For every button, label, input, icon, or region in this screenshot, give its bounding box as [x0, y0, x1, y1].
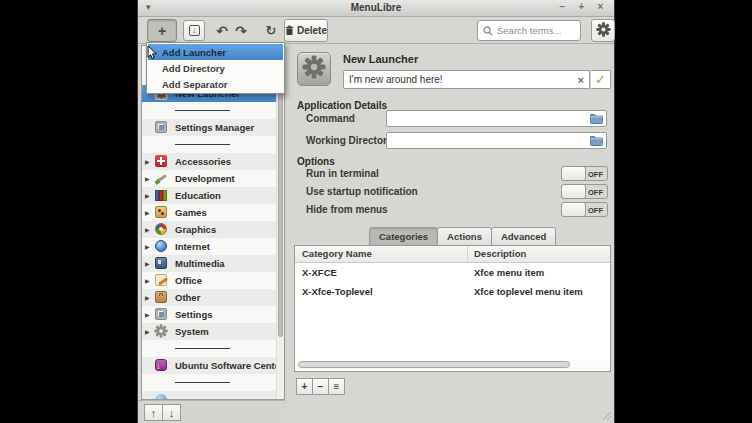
refresh-button[interactable]: ↻: [260, 20, 282, 41]
hide-from-menus-switch[interactable]: OFF: [561, 202, 608, 217]
table-row[interactable]: X-Xfce-ToplevelXfce toplevel menu item: [295, 282, 610, 301]
table-cell: X-XFCE: [302, 267, 337, 278]
search-input[interactable]: Search terms...: [477, 20, 581, 41]
command-input[interactable]: [386, 110, 607, 127]
tree-item-label: Ubuntu Software Center: [175, 360, 284, 371]
tree-separator[interactable]: [142, 340, 284, 357]
tree-item-item[interactable]: [142, 391, 284, 400]
tree-item-development[interactable]: ▶Development: [142, 170, 284, 187]
settings-manager-icon: [154, 120, 168, 134]
tree-item-label: Internet: [175, 241, 210, 252]
edit-categories-button[interactable]: ≡: [328, 378, 345, 395]
undo-button[interactable]: ↶: [212, 20, 232, 41]
tree-item-label: Settings: [175, 309, 212, 320]
tree-scrollbar[interactable]: [276, 46, 284, 399]
search-icon: [483, 26, 493, 36]
switch-state: OFF: [588, 206, 603, 215]
table-cell: Xfce toplevel menu item: [474, 286, 583, 297]
column-header-description[interactable]: Description: [474, 248, 526, 259]
tree-item-label: Education: [175, 190, 221, 201]
titlebar[interactable]: ▾ MenuLibre − + ×: [138, 0, 614, 17]
categories-table: Category NameDescription X-XFCEXfce menu…: [294, 245, 611, 372]
move-down-button[interactable]: ↓: [162, 404, 181, 421]
tree-item-graphics[interactable]: ▶Graphics: [142, 221, 284, 238]
tree-item-internet[interactable]: ▶Internet: [142, 238, 284, 255]
remove-category-button[interactable]: −: [312, 378, 329, 395]
use-startup-notification-label: Use startup notification: [306, 186, 418, 197]
folder-icon[interactable]: [590, 135, 603, 146]
expander-icon[interactable]: ▶: [145, 226, 150, 233]
move-up-button[interactable]: ↑: [144, 404, 163, 421]
hide-from-menus-label: Hide from menus: [306, 204, 388, 215]
tree-item-other[interactable]: ▶Other: [142, 289, 284, 306]
tree-separator[interactable]: [142, 136, 284, 153]
delete-button[interactable]: Delete: [284, 19, 328, 42]
table-row[interactable]: X-XFCEXfce menu item: [295, 263, 610, 282]
use-startup-notification-switch[interactable]: OFF: [561, 184, 608, 199]
launcher-title[interactable]: New Launcher: [343, 53, 418, 65]
close-button[interactable]: ×: [595, 1, 606, 12]
search-placeholder: Search terms...: [497, 25, 561, 36]
table-hscrollbar-thumb[interactable]: [298, 361, 570, 368]
internet-icon: [154, 239, 168, 253]
working-directory-input[interactable]: [386, 132, 607, 149]
expander-icon[interactable]: ▶: [145, 192, 150, 199]
delete-label: Delete: [297, 25, 327, 36]
tree-item-ubuntu-software-center[interactable]: ↓Ubuntu Software Center: [142, 357, 284, 374]
menu-tree[interactable]: New LauncherSettings Manager▶Accessories…: [141, 45, 285, 400]
expander-icon[interactable]: ▶: [145, 158, 150, 165]
expander-icon[interactable]: ▶: [145, 243, 150, 250]
menu-item-add-launcher[interactable]: Add Launcher: [148, 44, 283, 60]
menulibre-window: ▾ MenuLibre − + × + ↓ ↶ ↷ ↻ Delete Searc…: [137, 0, 615, 423]
launcher-name-input[interactable]: I'm new around here! ×: [343, 70, 590, 89]
menu-item-add-separator[interactable]: Add Separator: [148, 76, 283, 92]
table-hscrollbar[interactable]: [296, 360, 609, 370]
run-in-terminal-switch[interactable]: OFF: [561, 166, 608, 181]
switch-knob[interactable]: [561, 202, 586, 217]
tab-advanced[interactable]: Advanced: [491, 227, 556, 246]
tab-actions[interactable]: Actions: [437, 227, 492, 246]
settings-button[interactable]: [591, 19, 615, 42]
minimize-button[interactable]: −: [557, 1, 568, 12]
clear-icon[interactable]: ×: [578, 74, 584, 86]
accessories-icon: [154, 154, 168, 168]
switch-knob[interactable]: [561, 184, 586, 199]
tree-item-education[interactable]: ▶Education: [142, 187, 284, 204]
menu-item-add-directory[interactable]: Add Directory: [148, 60, 283, 76]
tree-separator[interactable]: [142, 374, 284, 391]
redo-button[interactable]: ↷: [231, 20, 251, 41]
table-cell: X-Xfce-Toplevel: [302, 286, 373, 297]
tree-item-system[interactable]: ▶System: [142, 323, 284, 340]
tree-item-settings[interactable]: ▶Settings: [142, 306, 284, 323]
folder-icon[interactable]: [590, 113, 603, 124]
maximize-button[interactable]: +: [576, 1, 587, 12]
expander-icon[interactable]: ▶: [145, 209, 150, 216]
tree-item-office[interactable]: ▶Office: [142, 272, 284, 289]
expander-icon[interactable]: ▶: [145, 277, 150, 284]
tree-item-settings-manager[interactable]: Settings Manager: [142, 119, 284, 136]
add-category-button[interactable]: +: [296, 378, 313, 395]
confirm-name-button[interactable]: ✓: [591, 70, 611, 89]
games-icon: [154, 205, 168, 219]
add-button[interactable]: +: [147, 19, 177, 42]
expander-icon[interactable]: ▶: [145, 294, 150, 301]
resize-grip[interactable]: [601, 410, 611, 420]
switch-state: OFF: [588, 188, 603, 197]
expander-icon[interactable]: ▶: [145, 175, 150, 182]
expander-icon[interactable]: ▶: [145, 260, 150, 267]
tree-item-accessories[interactable]: ▶Accessories: [142, 153, 284, 170]
switch-knob[interactable]: [561, 166, 586, 181]
column-header-category-name[interactable]: Category Name: [302, 248, 372, 259]
column-divider: [467, 246, 468, 263]
tab-categories[interactable]: Categories: [369, 227, 438, 246]
tree-separator[interactable]: [142, 102, 284, 119]
office-icon: [154, 273, 168, 287]
screen: ▾ MenuLibre − + × + ↓ ↶ ↷ ↻ Delete Searc…: [0, 0, 752, 423]
expander-icon[interactable]: ▶: [145, 328, 150, 335]
tree-item-multimedia[interactable]: ▶Multimedia: [142, 255, 284, 272]
table-header: Category NameDescription: [295, 246, 610, 263]
launcher-icon-button[interactable]: [297, 52, 331, 86]
tree-item-games[interactable]: ▶Games: [142, 204, 284, 221]
save-button[interactable]: ↓: [183, 20, 205, 41]
expander-icon[interactable]: ▶: [145, 311, 150, 318]
